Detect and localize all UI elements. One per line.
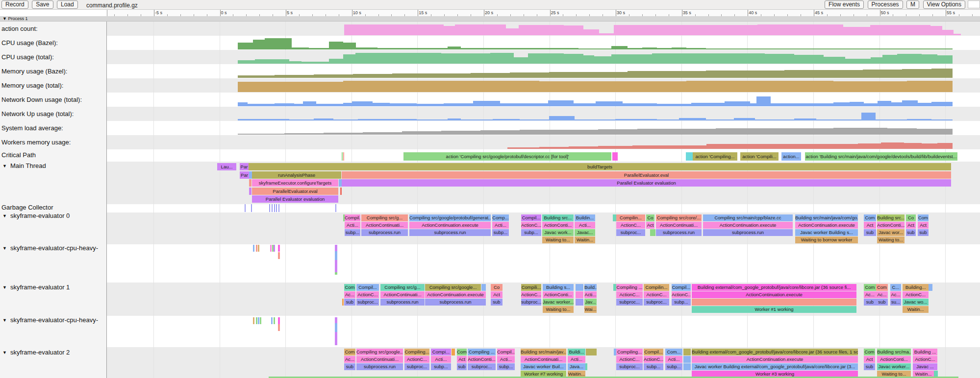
trace-span[interactable]: Act — [457, 356, 467, 363]
trace-span[interactable]: Javac... — [575, 229, 595, 236]
trace-span[interactable]: Compiling src/google... — [356, 349, 403, 355]
trace-span[interactable]: sub — [906, 229, 916, 236]
trace-span-sliver[interactable] — [274, 317, 275, 324]
timeline-tracks[interactable]: action 'Compiling src/google/protobuf/de… — [107, 22, 980, 378]
trace-span[interactable]: Javac wor... — [877, 229, 905, 236]
trace-span[interactable]: Com — [457, 349, 467, 355]
trace-span[interactable]: sub — [344, 299, 355, 306]
trace-span[interactable]: Compiling... — [404, 349, 429, 355]
trace-span[interactable]: ActionC... — [616, 356, 643, 363]
trace-span[interactable]: Building... — [903, 284, 929, 291]
trace-span[interactable]: subp... — [521, 229, 541, 236]
trace-span[interactable]: ActionContinuation.execute — [409, 222, 491, 229]
trace-span[interactable]: ActionContinuati... — [380, 291, 425, 298]
trace-span-sliver[interactable] — [342, 152, 343, 161]
trace-span[interactable]: sub — [491, 299, 503, 306]
trace-span-sliver[interactable] — [340, 188, 342, 195]
trace-span[interactable]: Lau... — [217, 163, 236, 170]
trace-span[interactable]: Compi... — [431, 349, 451, 355]
sidebar-row-skyframe-evaluator-2[interactable]: ▼skyframe-evaluator 2 — [0, 349, 70, 356]
trace-span[interactable]: sub — [864, 229, 876, 236]
trace-span-sliver[interactable] — [335, 204, 336, 212]
trace-span[interactable]: Compiling... — [616, 349, 643, 355]
trace-span[interactable]: Com — [344, 349, 355, 355]
trace-span[interactable]: ActionC... — [903, 291, 929, 298]
trace-span-sliver[interactable] — [335, 317, 337, 323]
trace-span[interactable]: runAnalysisPhase — [252, 171, 341, 179]
trace-span[interactable]: subproc... — [468, 363, 496, 370]
trace-span[interactable]: ParallelEvaluator.eval — [252, 188, 338, 195]
trace-span[interactable]: subprocess.run — [409, 229, 491, 236]
trace-span[interactable]: su... — [890, 299, 901, 306]
trace-span-sliver[interactable] — [576, 284, 583, 291]
trace-span[interactable]: Waiting to... — [543, 306, 574, 313]
trace-span-sliver[interactable] — [686, 152, 693, 161]
sidebar-row-critical-path[interactable]: Critical Path — [1, 151, 36, 159]
trace-span[interactable]: Acti... — [492, 222, 509, 229]
trace-span-sliver[interactable] — [342, 299, 344, 306]
trace-span[interactable]: ActionConti... — [877, 356, 911, 363]
counter-track-cpu-usage-total[interactable] — [107, 50, 980, 64]
trace-span[interactable]: buildTargets — [249, 163, 951, 170]
trace-span[interactable]: ActionConti... — [468, 356, 496, 363]
trace-span[interactable]: ActionC... — [644, 356, 663, 363]
trace-span[interactable]: Com — [876, 284, 888, 291]
counter-track-action-count[interactable] — [107, 22, 980, 36]
trace-span[interactable]: Compiling src/g... — [361, 214, 408, 221]
trace-span[interactable]: Co — [491, 284, 503, 291]
trace-span[interactable]: subproc... — [616, 363, 643, 370]
trace-span[interactable]: ActionC... — [616, 291, 643, 298]
collapse-triangle-icon[interactable]: ▼ — [2, 244, 7, 252]
trace-span[interactable]: Ac... — [344, 291, 355, 298]
trace-span[interactable]: subproc... — [356, 299, 379, 306]
trace-span[interactable]: ActionConti... — [543, 291, 574, 298]
trace-span-sliver[interactable] — [335, 323, 337, 332]
trace-span[interactable]: Compilin... — [644, 284, 669, 291]
sidebar-row-main-thread[interactable]: ▼Main Thread — [0, 162, 46, 170]
collapse-triangle-icon[interactable]: ▼ — [2, 212, 7, 220]
trace-span[interactable]: Co — [646, 214, 654, 221]
trace-span[interactable]: Javac worker Buil... — [521, 363, 566, 370]
trace-span[interactable]: subp... — [665, 363, 682, 370]
trace-span[interactable]: Par — [240, 171, 249, 179]
trace-span[interactable]: subp... — [497, 363, 515, 370]
trace-span[interactable]: Compil... — [345, 214, 360, 221]
trace-span[interactable]: subp... — [672, 299, 691, 306]
trace-span[interactable]: ActionC... — [356, 291, 379, 298]
trace-span[interactable]: Parallel Evaluator evaluation — [252, 195, 338, 203]
trace-span[interactable]: Compiling ... — [616, 284, 643, 291]
trace-span[interactable]: Act — [864, 356, 875, 363]
trace-span-sliver[interactable] — [249, 179, 251, 187]
trace-span[interactable]: ActionConti... — [542, 222, 574, 229]
trace-span[interactable]: action 'Compiling... — [693, 152, 737, 161]
trace-span[interactable]: Comp... — [492, 214, 509, 221]
trace-span[interactable]: subp... — [431, 363, 451, 370]
collapse-triangle-icon[interactable]: ▼ — [2, 316, 7, 324]
trace-span[interactable]: Javac wo... — [903, 299, 929, 306]
trace-span[interactable]: Waitin... — [903, 306, 929, 313]
trace-span-sliver[interactable] — [276, 204, 277, 212]
trace-span[interactable]: ActionContinuation.execute — [703, 222, 793, 229]
trace-span[interactable]: Building src/main/jav... — [521, 349, 566, 355]
trace-span[interactable]: sub — [864, 363, 875, 370]
trace-span-sliver[interactable] — [585, 363, 587, 370]
trace-span[interactable]: ActionC... — [521, 291, 541, 298]
trace-span[interactable]: ActionContinuation.execute — [795, 222, 858, 229]
trace-span-sliver[interactable] — [249, 188, 251, 195]
trace-span[interactable]: subproc... — [616, 299, 643, 306]
trace-span-sliver[interactable] — [481, 284, 486, 291]
trace-span[interactable]: Javac worker Building external/com_googl… — [692, 363, 858, 370]
record-button[interactable]: Record — [1, 0, 28, 9]
trace-span-sliver[interactable] — [452, 349, 455, 355]
trace-span[interactable]: Ac... — [344, 356, 355, 363]
trace-span[interactable]: action 'Compili... — [740, 152, 779, 161]
counter-track-workers-memory-usage[interactable] — [107, 135, 980, 149]
trace-span-sliver[interactable] — [272, 204, 273, 212]
trace-span[interactable]: Buildin... — [575, 214, 595, 221]
trace-span-sliver[interactable] — [683, 349, 691, 355]
view-options-button[interactable]: View Options — [923, 0, 965, 9]
counter-track-memory-usage-total[interactable] — [107, 78, 980, 93]
trace-span[interactable]: Java... — [568, 363, 585, 370]
trace-span-sliver[interactable] — [269, 204, 270, 212]
trace-span[interactable]: Acti... — [568, 356, 585, 363]
